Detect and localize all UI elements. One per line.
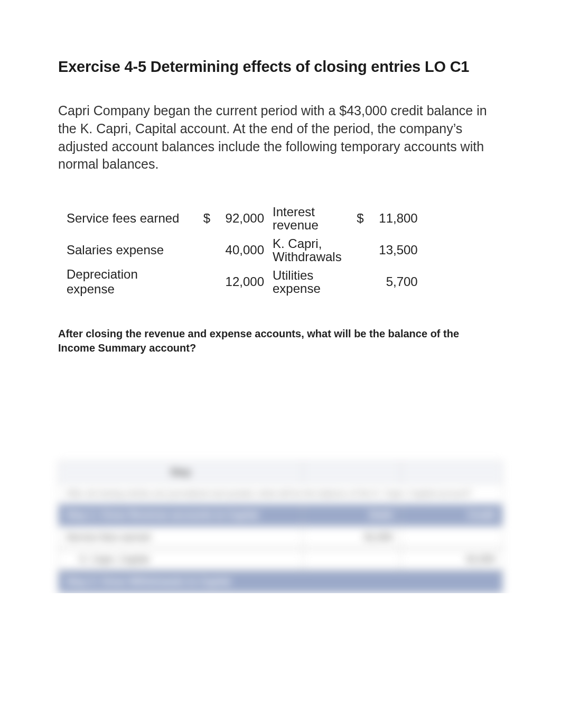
table-row: Step xyxy=(59,462,503,484)
account-value: 12,000 xyxy=(213,266,267,298)
account-value: 5,700 xyxy=(367,266,421,298)
section-col: Credit xyxy=(400,504,502,527)
entry-value xyxy=(400,527,502,549)
table-row: Service fees earned 92,000 xyxy=(59,527,503,549)
account-label: K. Capri, Withdrawals xyxy=(267,234,345,266)
section-col: Debit xyxy=(303,504,400,527)
section-label: Step 1: Close Revenue accounts to Capita… xyxy=(59,504,303,527)
table-row: K. Capri, Capital 92,000 xyxy=(59,549,503,571)
account-value: 11,800 xyxy=(367,202,421,234)
answer-table: Step After all closing entries are journ… xyxy=(58,461,503,593)
currency-symbol: $ xyxy=(191,202,213,234)
entry-value xyxy=(303,549,400,571)
table-row: Service fees earned $ 92,000 Interest re… xyxy=(63,202,421,234)
entry-label: Service fees earned xyxy=(59,527,303,549)
entry-value: 92,000 xyxy=(303,527,400,549)
intro-paragraph: Capri Company began the current period w… xyxy=(58,102,503,173)
accounts-table: Service fees earned $ 92,000 Interest re… xyxy=(63,202,421,298)
table-row: Step 2: Close Withdrawals to Capital xyxy=(59,571,503,593)
table-row: Salaries expense 40,000 K. Capri, Withdr… xyxy=(63,234,421,266)
table-row: Depreciation expense 12,000 Utilities ex… xyxy=(63,266,421,298)
account-label: Interest revenue xyxy=(267,202,345,234)
question-text: After closing the revenue and expense ac… xyxy=(58,327,503,355)
entry-label: K. Capri, Capital xyxy=(59,549,303,571)
currency-symbol: $ xyxy=(345,202,367,234)
account-label: Depreciation expense xyxy=(63,266,191,298)
header-cell xyxy=(303,462,400,484)
account-label: Salaries expense xyxy=(63,234,191,266)
section-label: Step 2: Close Withdrawals to Capital xyxy=(59,571,503,593)
account-value: 92,000 xyxy=(213,202,267,234)
entry-value: 92,000 xyxy=(400,549,502,571)
currency-symbol xyxy=(191,234,213,266)
account-value: 13,500 xyxy=(367,234,421,266)
note-cell: After all closing entries are journalize… xyxy=(59,484,503,504)
table-row: After all closing entries are journalize… xyxy=(59,484,503,504)
account-value: 40,000 xyxy=(213,234,267,266)
exercise-title: Exercise 4-5 Determining effects of clos… xyxy=(58,58,503,76)
account-label: Utilities expense xyxy=(267,266,345,298)
blurred-answer-area: Step After all closing entries are journ… xyxy=(58,461,503,593)
currency-symbol xyxy=(345,234,367,266)
header-cell: Step xyxy=(59,462,303,484)
currency-symbol xyxy=(345,266,367,298)
account-label: Service fees earned xyxy=(63,202,191,234)
currency-symbol xyxy=(191,266,213,298)
table-row: Step 1: Close Revenue accounts to Capita… xyxy=(59,504,503,527)
header-cell xyxy=(400,462,502,484)
